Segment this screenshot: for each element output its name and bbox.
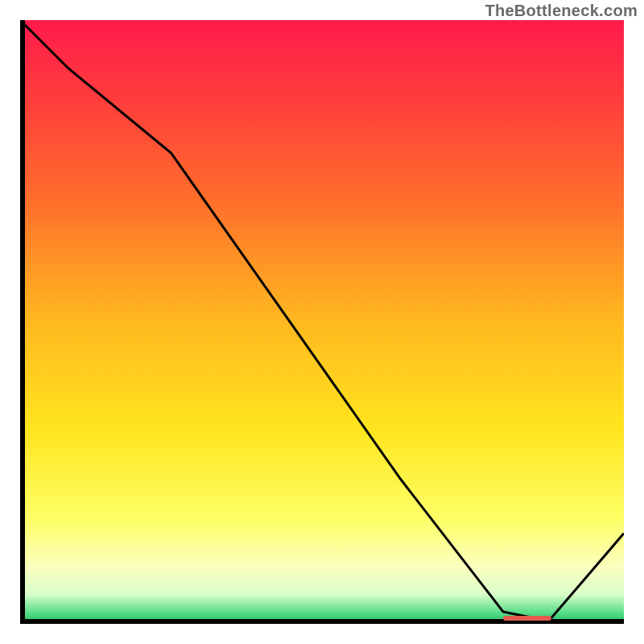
gradient-fill: [23, 20, 624, 621]
optimum-marker: [503, 616, 551, 621]
attribution-text: TheBottleneck.com: [485, 2, 638, 20]
plot-area: [20, 20, 624, 624]
viewport: TheBottleneck.com: [0, 0, 644, 644]
chart-svg: [20, 20, 624, 624]
